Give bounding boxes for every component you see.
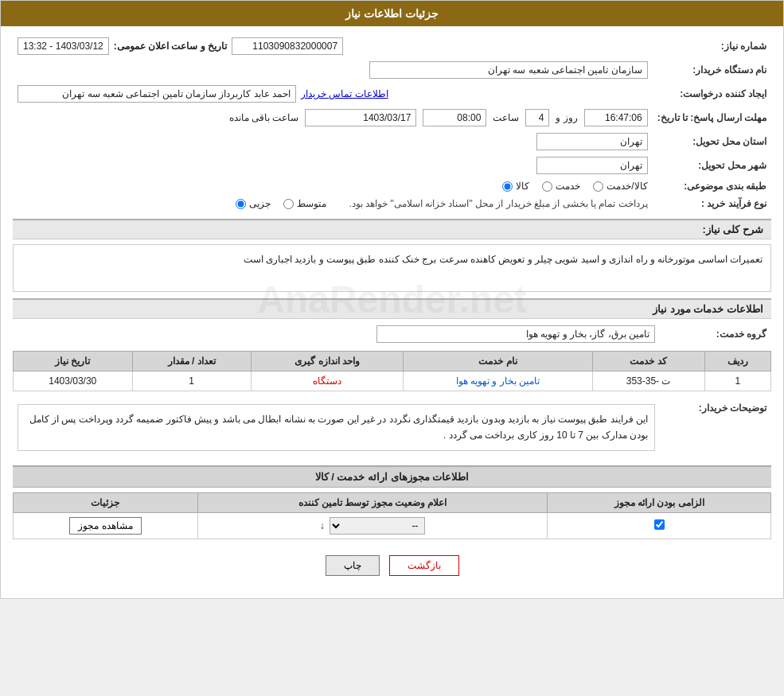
deadline-time: 08:00 (423, 109, 486, 126)
permits-table: الزامی بودن ارائه مجوز اعلام وضعیت مجوز … (13, 492, 771, 539)
permit-status-select[interactable]: -- (330, 517, 425, 535)
col-date: تاریخ نیاز (14, 352, 133, 371)
cell-name: تامین بخار و تهویه هوا (404, 371, 592, 391)
deadline-clock: 16:47:06 (584, 109, 648, 126)
buyer-notes-label: توضیحات خریدار: (660, 396, 771, 459)
description-section-header: شرح کلی نیاز: (13, 219, 771, 239)
category-service[interactable]: خدمت (542, 181, 580, 192)
col-status: اعلام وضعیت مجوز توسط تامین کننده (197, 492, 548, 512)
days-label: روز و (556, 112, 577, 123)
col-code: کد خدمت (592, 352, 704, 371)
col-row: ردیف (704, 352, 770, 371)
need-number-value: 1103090832000007 (232, 37, 343, 55)
cell-unit: دستگاه (251, 371, 403, 391)
category-goods-services[interactable]: کالا/خدمت (593, 181, 647, 192)
purchase-type-partial[interactable]: جزیی (236, 198, 271, 209)
back-button[interactable]: بازگشت (389, 555, 459, 576)
cell-qty: 1 (132, 371, 251, 391)
service-group-value: تامین برق، گاز، بخار و تهویه هوا (376, 325, 655, 343)
remaining-label: ساعت باقی مانده (229, 112, 299, 123)
buyer-notes-value: این فرایند طبق پیوست نیاز به بازدید وبدو… (18, 404, 655, 451)
province-value: تهران (536, 133, 648, 150)
announce-label: تاریخ و ساعت اعلان عمومی: (114, 41, 227, 52)
category-label: طبقه بندی موضوعی: (653, 177, 771, 195)
cell-code: ت -35-353 (592, 371, 704, 391)
city-value: تهران (536, 157, 648, 174)
purchase-type-medium[interactable]: متوسط (283, 198, 326, 209)
col-unit: واحد اندازه گیری (251, 352, 403, 371)
category-goods[interactable]: کالا (502, 181, 529, 192)
print-button[interactable]: چاپ (326, 555, 380, 576)
province-label: استان محل تحویل: (653, 130, 771, 154)
permit-required-cell (548, 512, 771, 539)
deadline-label: مهلت ارسال پاسخ: تا تاریخ: (653, 106, 771, 130)
view-permit-button[interactable]: مشاهده مجوز (69, 517, 141, 535)
description-value: تعمیرات اساسی موتورخانه و راه اندازی و ا… (13, 244, 771, 292)
col-required: الزامی بودن ارائه مجوز (548, 492, 771, 512)
purchase-type-label: نوع فرآیند خرید : (653, 195, 771, 212)
cell-date: 1403/03/30 (14, 371, 133, 391)
services-section-header: اطلاعات خدمات مورد نیاز (13, 298, 771, 319)
permit-details-cell: مشاهده مجوز (14, 512, 198, 539)
permit-required-checkbox[interactable] (654, 519, 665, 530)
creator-label: ایجاد کننده درخواست: (653, 82, 771, 106)
deadline-days: 4 (525, 109, 549, 126)
list-item: -- ↓ مشاهده مجوز (14, 512, 771, 539)
col-name: نام خدمت (404, 352, 592, 371)
need-number-label: شماره نیاز: (653, 34, 771, 58)
buyer-org-label: نام دستگاه خریدار: (653, 58, 771, 82)
creator-value: احمد عابد کاربرداز سازمان تامین اجتماعی … (18, 85, 296, 103)
col-details: جزئیات (14, 492, 198, 512)
services-table: ردیف کد خدمت نام خدمت واحد اندازه گیری ت… (13, 351, 771, 391)
creator-contact-link[interactable]: اطلاعات تماس خریدار (301, 88, 388, 99)
col-qty: تعداد / مقدار (132, 352, 251, 371)
table-row: 1 ت -35-353 تامین بخار و تهویه هوا دستگا… (14, 371, 771, 391)
service-group-label: گروه خدمت: (660, 322, 771, 346)
page-title: جزئیات اطلاعات نیاز (1, 1, 783, 26)
deadline-date: 1403/03/17 (305, 109, 416, 126)
announce-value: 1403/03/12 - 13:32 (18, 37, 109, 55)
bottom-buttons: بازگشت چاپ (13, 544, 771, 590)
permit-status-cell: -- ↓ (197, 512, 548, 539)
buyer-org-value: سازمان تامین اجتماعی شعبه سه تهران (369, 61, 648, 79)
permits-section-header: اطلاعات مجوزهای ارائه خدمت / کالا (13, 465, 771, 488)
cell-row: 1 (704, 371, 770, 391)
city-label: شهر محل تحویل: (653, 154, 771, 177)
purchase-type-desc: پرداخت تمام یا بخشی از مبلغ خریدار از مح… (349, 198, 647, 209)
time-label: ساعت (493, 112, 519, 123)
